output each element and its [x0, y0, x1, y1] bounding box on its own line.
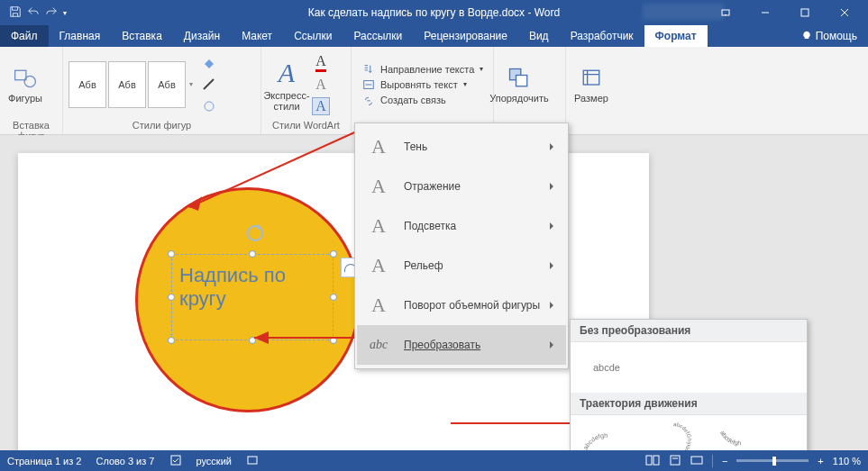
effect-a-icon: A: [366, 214, 391, 238]
submenu-heading-none: Без преобразования: [571, 320, 807, 342]
text-box[interactable]: Надпись по кругу: [171, 254, 333, 340]
quick-access-toolbar: ▾: [4, 5, 67, 21]
qat-more-icon[interactable]: ▾: [63, 9, 67, 17]
svg-rect-12: [583, 70, 599, 85]
status-macro-icon[interactable]: [246, 454, 259, 468]
svg-rect-29: [691, 457, 702, 464]
svg-text:abcdefgh: abcdefgh: [719, 430, 741, 447]
text-effects-icon[interactable]: A: [312, 97, 330, 115]
chevron-right-icon: [550, 262, 557, 269]
shape-style-preset[interactable]: Абв: [69, 61, 106, 108]
group-label-styles: Стили фигур: [69, 118, 255, 132]
menuitem-reflection[interactable]: A Отражение: [357, 167, 566, 206]
tell-me[interactable]: Помощь: [790, 25, 868, 47]
align-text-icon: [362, 78, 375, 91]
shape-fill-icon[interactable]: [200, 54, 218, 72]
align-text-button[interactable]: Выровнять текст▾: [362, 78, 483, 91]
zoom-out-button[interactable]: −: [722, 456, 727, 466]
shapes-gallery-button[interactable]: Фигуры: [5, 66, 45, 104]
svg-rect-23: [171, 456, 180, 465]
shape-effects-icon[interactable]: [200, 97, 218, 115]
text-direction-button[interactable]: Направление текста▾: [362, 63, 483, 76]
zoom-in-button[interactable]: +: [818, 456, 823, 466]
tab-home[interactable]: Главная: [49, 25, 112, 47]
chevron-right-icon: [550, 302, 557, 309]
minimize-button[interactable]: [745, 0, 785, 25]
tab-review[interactable]: Рецензирование: [413, 25, 518, 47]
effect-a-icon: A: [366, 175, 391, 198]
svg-rect-25: [646, 456, 652, 465]
tab-layout[interactable]: Макет: [231, 25, 283, 47]
zoom-slider[interactable]: [736, 459, 809, 462]
redo-icon[interactable]: [45, 5, 58, 21]
svg-point-7: [205, 102, 214, 111]
tab-format[interactable]: Формат: [644, 25, 708, 47]
menuitem-transform[interactable]: abc Преобразовать: [357, 325, 566, 365]
title-bar: ▾ Как сделать надпись по кругу в Ворде.d…: [0, 0, 868, 25]
account-blur: [643, 4, 724, 20]
tab-design[interactable]: Дизайн: [173, 25, 231, 47]
group-label-shapes: Вставка фигур: [5, 118, 57, 132]
menuitem-glow[interactable]: A Подсветка: [357, 206, 566, 246]
svg-rect-26: [653, 456, 659, 465]
group-label-wordart: Стили WordArt: [267, 118, 345, 132]
shape-style-preset[interactable]: Абв: [148, 61, 186, 108]
size-button[interactable]: Размер: [571, 66, 611, 104]
link-icon: [362, 94, 375, 106]
zoom-value[interactable]: 110 %: [833, 456, 861, 466]
svg-rect-27: [671, 456, 680, 465]
status-bar: Страница 1 из 2 Слово 3 из 7 русский − +…: [0, 450, 868, 471]
ribbon-tabs: Файл Главная Вставка Дизайн Макет Ссылки…: [0, 25, 868, 47]
svg-point-6: [24, 76, 35, 86]
undo-icon[interactable]: [27, 5, 40, 21]
quick-styles-button[interactable]: A Экспресс-стили: [267, 58, 306, 112]
chevron-right-icon: [550, 341, 557, 349]
effect-a-icon: A: [366, 294, 391, 317]
arrange-button[interactable]: Упорядочить: [499, 66, 539, 104]
tab-mailings[interactable]: Рассылки: [343, 25, 413, 47]
status-page[interactable]: Страница 1 из 2: [7, 456, 81, 466]
transform-none[interactable]: abcde: [581, 351, 632, 384]
text-effects-menu: A Тень A Отражение A Подсветка A Рельеф …: [354, 122, 569, 369]
svg-text:abcdefgh: abcdefgh: [583, 432, 608, 451]
gallery-more-icon[interactable]: ▾: [187, 80, 195, 88]
text-direction-icon: [362, 63, 375, 76]
chevron-right-icon: [550, 143, 557, 150]
maximize-button[interactable]: [785, 0, 825, 25]
view-read-icon[interactable]: [645, 454, 660, 468]
create-link-button[interactable]: Создать связь: [362, 94, 483, 106]
status-language[interactable]: русский: [196, 456, 232, 466]
transform-submenu: Без преобразования abcde Траектория движ…: [570, 319, 808, 471]
tab-developer[interactable]: Разработчик: [560, 25, 644, 47]
save-icon[interactable]: [9, 5, 22, 21]
menuitem-shadow[interactable]: A Тень: [357, 127, 566, 167]
tab-references[interactable]: Ссылки: [283, 25, 343, 47]
tab-view[interactable]: Вид: [518, 25, 560, 47]
menuitem-bevel[interactable]: A Рельеф: [357, 246, 566, 285]
close-button[interactable]: [825, 0, 864, 25]
tab-insert[interactable]: Вставка: [111, 25, 173, 47]
view-print-icon[interactable]: [669, 454, 681, 468]
text-outline-icon[interactable]: A: [312, 76, 330, 94]
text-fill-icon[interactable]: A: [312, 54, 330, 72]
status-words[interactable]: Слово 3 из 7: [96, 456, 154, 466]
effect-a-icon: A: [366, 254, 391, 277]
effect-a-icon: A: [366, 135, 391, 159]
svg-rect-2: [801, 9, 809, 16]
shape-outline-icon[interactable]: [200, 76, 218, 94]
status-proofing-icon[interactable]: [169, 454, 182, 468]
submenu-heading-path: Траектория движения: [571, 393, 807, 415]
svg-text:abcdefGhijklm: abcdefGhijklm: [673, 422, 692, 454]
shape-style-preset[interactable]: Абв: [108, 61, 146, 108]
rotate-handle[interactable]: [247, 225, 263, 241]
menuitem-3drotation[interactable]: A Поворот объемной фигуры: [357, 285, 566, 325]
chevron-right-icon: [550, 222, 557, 230]
svg-rect-5: [15, 70, 26, 80]
svg-rect-24: [248, 457, 257, 464]
view-web-icon[interactable]: [690, 454, 703, 468]
lightbulb-icon: [801, 31, 812, 41]
transform-abc-icon: abc: [366, 338, 391, 352]
svg-rect-11: [516, 75, 527, 86]
chevron-right-icon: [550, 183, 557, 190]
tab-file[interactable]: Файл: [0, 25, 49, 47]
